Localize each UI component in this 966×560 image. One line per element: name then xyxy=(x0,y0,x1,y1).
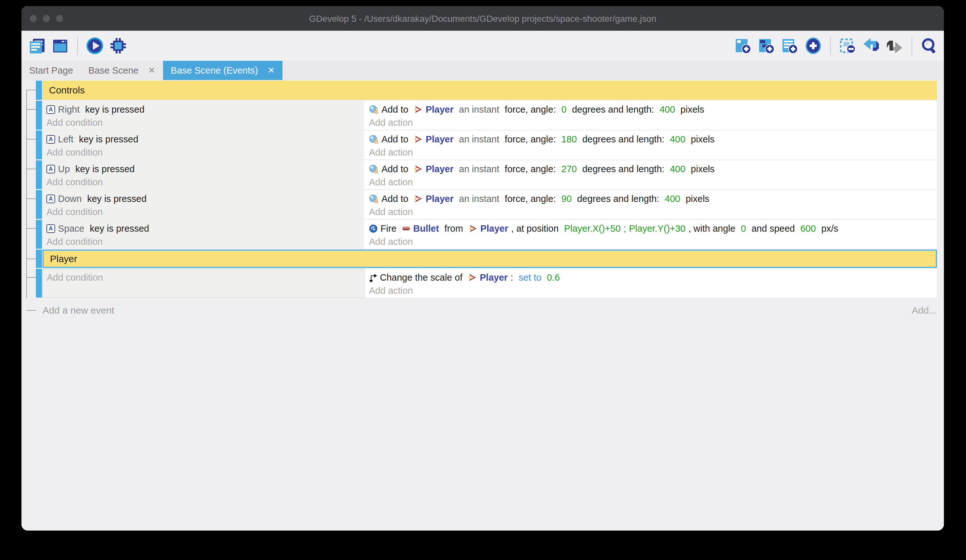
conditions-cell[interactable]: AUp key is pressedAdd condition xyxy=(43,160,365,189)
player-ship-icon xyxy=(468,273,477,282)
tab-label: Base Scene (Events) xyxy=(171,65,258,76)
object-name: Player xyxy=(426,104,453,115)
parameter-value: ; xyxy=(624,223,626,234)
sentence-text: degrees and length: xyxy=(570,104,657,115)
action-sentence[interactable]: Add to Player an instant force, angle: 1… xyxy=(369,133,933,146)
actions-cell[interactable]: Add to Player an instant force, angle: 2… xyxy=(365,160,937,189)
add-action-button[interactable]: Add action xyxy=(369,117,933,128)
add-action-button[interactable]: Add action xyxy=(369,236,933,247)
sentence-text: , with angle xyxy=(688,223,738,234)
sentence-text: set to xyxy=(519,272,544,283)
event-group-player[interactable]: Player xyxy=(36,250,937,268)
conditions-cell[interactable]: ADown key is pressedAdd condition xyxy=(43,190,365,219)
event-row: ALeft key is pressedAdd conditionAdd to … xyxy=(36,131,937,159)
condition-sentence[interactable]: ARight key is pressed xyxy=(46,103,360,116)
event-row: ARight key is pressedAdd conditionAdd to… xyxy=(36,101,937,129)
sentence-text: Add to xyxy=(381,134,411,145)
add-condition-button[interactable]: Add condition xyxy=(46,117,360,128)
actions-cell[interactable]: Add to Player an instant force, angle: 1… xyxy=(365,131,937,159)
tab-base-scene[interactable]: Base Scene✕ xyxy=(81,61,163,80)
actions-cell[interactable]: Fire Bullet from Player, at position Pla… xyxy=(365,220,937,249)
add-condition-button[interactable]: Add condition xyxy=(46,176,360,188)
player-ship-icon xyxy=(414,194,423,203)
condition-sentence[interactable]: ASpace key is pressed xyxy=(46,222,360,235)
conditions-cell[interactable]: ARight key is pressedAdd condition xyxy=(43,101,365,129)
event-row: ASpace key is pressedAdd conditionFire B… xyxy=(36,220,937,249)
events-sheet[interactable]: ControlsARight key is pressedAdd conditi… xyxy=(21,80,944,531)
add-subevent-icon[interactable] xyxy=(757,37,775,55)
actions-cell[interactable]: Add to Player an instant force, angle: 9… xyxy=(365,190,937,219)
scene-editor-icon[interactable] xyxy=(51,37,69,55)
toolbar-separator xyxy=(830,36,831,55)
group-title: Player xyxy=(43,250,937,268)
add-action-button[interactable]: Add action xyxy=(369,206,933,218)
add-condition-button[interactable]: Add condition xyxy=(46,147,360,158)
tab-base-scene-events[interactable]: Base Scene (Events)✕ xyxy=(163,61,283,80)
parameter-value: 400 xyxy=(670,134,685,145)
play-preview-icon[interactable] xyxy=(86,37,104,55)
project-manager-icon[interactable] xyxy=(28,37,46,55)
add-condition-button[interactable]: Add condition xyxy=(46,206,360,218)
conditions-cell[interactable]: ASpace key is pressedAdd condition xyxy=(43,220,365,249)
add-comment-icon[interactable] xyxy=(781,37,799,55)
sentence-text: Left xyxy=(58,134,73,145)
condition-sentence[interactable]: ALeft key is pressed xyxy=(46,133,360,146)
event-tree-line xyxy=(26,90,27,298)
remove-selection-icon[interactable] xyxy=(839,37,857,55)
condition-sentence[interactable]: ADown key is pressed xyxy=(46,192,360,205)
action-sentence[interactable]: Add to Player an instant force, angle: 9… xyxy=(369,192,933,205)
conditions-cell[interactable]: ALeft key is pressedAdd condition xyxy=(43,131,365,159)
event-color-strip xyxy=(36,220,42,249)
tree-tick xyxy=(26,90,36,90)
parameter-value: Player.Y()+30 xyxy=(629,223,686,234)
sentence-text: force, angle: xyxy=(505,164,559,174)
force-icon xyxy=(369,164,379,174)
event-color-strip xyxy=(36,250,42,268)
add-more-icon[interactable] xyxy=(804,37,822,55)
parameter-value: Player.X()+50 xyxy=(564,223,621,234)
search-icon[interactable] xyxy=(920,37,938,55)
title-bar[interactable]: GDevelop 5 - /Users/dkarakay/Documents/G… xyxy=(21,6,944,31)
redo-icon[interactable] xyxy=(886,37,904,55)
add-condition-button[interactable]: Add condition xyxy=(47,272,360,283)
sentence-text: from xyxy=(442,223,466,234)
keyboard-key-icon: A xyxy=(46,135,55,144)
sentence-text: key is pressed xyxy=(76,134,138,145)
event-group-controls[interactable]: Controls xyxy=(36,81,937,100)
undo-icon[interactable] xyxy=(862,37,880,55)
action-sentence[interactable]: Add to Player an instant force, angle: 0… xyxy=(369,103,933,116)
sentence-text: an instant xyxy=(457,164,502,174)
add-event-icon[interactable] xyxy=(734,37,752,55)
tree-corner xyxy=(26,310,36,311)
actions-cell[interactable]: Change the scale of Player: set to 0.6Ad… xyxy=(365,269,937,298)
sentence-text: key is pressed xyxy=(87,223,149,234)
tab-bar: Start PageBase Scene✕Base Scene (Events)… xyxy=(21,61,944,80)
event-row: Add conditionChange the scale of Player:… xyxy=(36,269,937,298)
action-sentence[interactable]: Change the scale of Player: set to 0.6 xyxy=(369,271,933,284)
add-more-button[interactable]: Add... xyxy=(912,305,937,316)
add-action-button[interactable]: Add action xyxy=(369,176,933,188)
object-name: Player xyxy=(426,134,453,145)
sentence-text: : xyxy=(511,272,516,283)
sentence-text: force, angle: xyxy=(505,104,559,115)
event-color-strip xyxy=(36,160,42,189)
sentence-text: Add to xyxy=(381,104,411,115)
debug-icon[interactable] xyxy=(109,37,127,55)
sentence-text: pixels xyxy=(688,164,715,174)
tree-tick xyxy=(26,109,36,110)
tab-start-page[interactable]: Start Page xyxy=(21,61,81,80)
add-action-button[interactable]: Add action xyxy=(369,285,933,296)
keyboard-key-icon: A xyxy=(46,165,55,174)
player-ship-icon xyxy=(468,224,478,233)
add-action-button[interactable]: Add action xyxy=(369,147,933,158)
action-sentence[interactable]: Fire Bullet from Player, at position Pla… xyxy=(369,222,933,235)
action-sentence[interactable]: Add to Player an instant force, angle: 2… xyxy=(369,162,933,176)
condition-sentence[interactable]: AUp key is pressed xyxy=(46,162,360,176)
actions-cell[interactable]: Add to Player an instant force, angle: 0… xyxy=(365,101,937,129)
parameter-value: 600 xyxy=(800,223,816,234)
add-new-event-button[interactable]: Add a new event xyxy=(36,305,114,316)
close-tab-icon[interactable]: ✕ xyxy=(268,65,275,75)
add-condition-button[interactable]: Add condition xyxy=(46,236,360,247)
close-tab-icon[interactable]: ✕ xyxy=(148,65,155,75)
conditions-cell[interactable]: Add condition xyxy=(43,269,365,298)
